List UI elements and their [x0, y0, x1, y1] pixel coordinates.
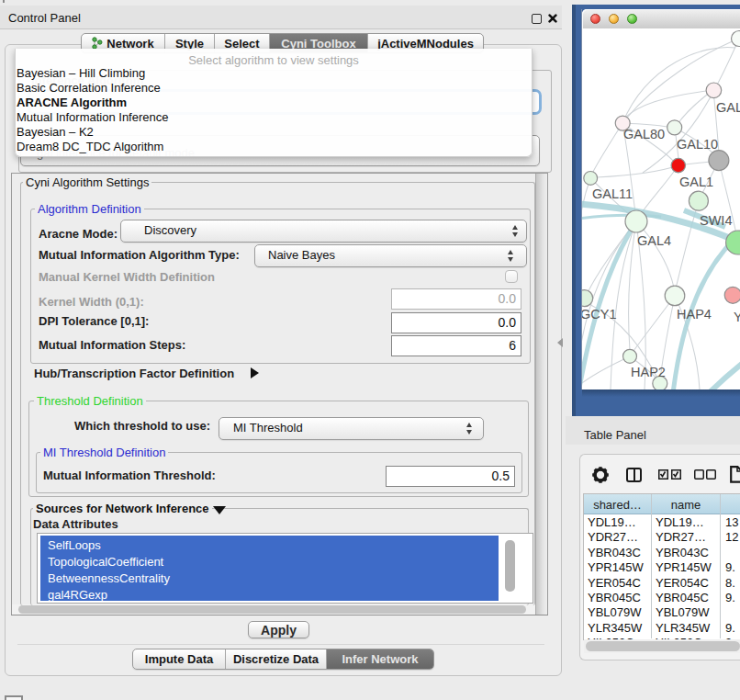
svg-text:Y: Y	[734, 310, 740, 324]
svg-text:GAL4: GAL4	[637, 233, 671, 248]
svg-text:HAP2: HAP2	[631, 365, 666, 379]
svg-text:SWI4: SWI4	[700, 213, 732, 228]
svg-text:GAL10: GAL10	[677, 137, 718, 152]
svg-text:HAP4: HAP4	[677, 307, 712, 322]
svg-text:GAL1: GAL1	[679, 175, 713, 189]
svg-text:GCY1: GCY1	[582, 307, 617, 322]
svg-text:GAL11: GAL11	[592, 186, 633, 201]
svg-text:GAL80: GAL80	[623, 127, 665, 141]
svg-text:GAL: GAL	[716, 100, 740, 115]
